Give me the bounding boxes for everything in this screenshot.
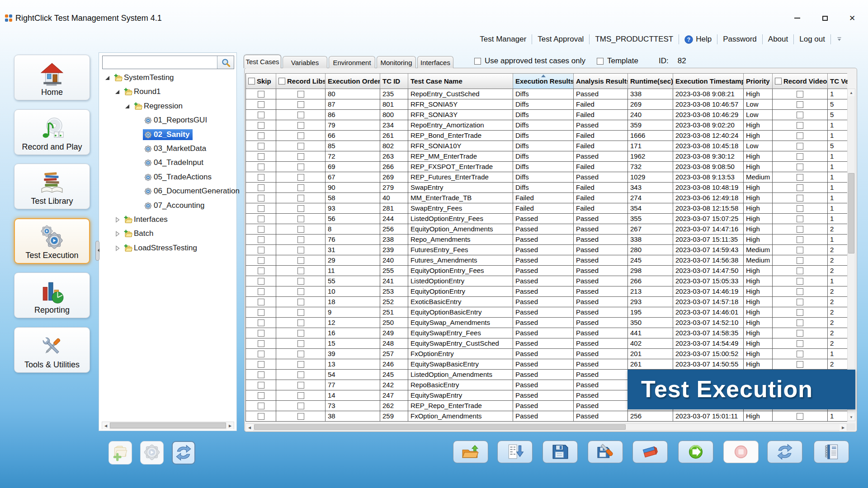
skip-checkbox[interactable] [258,403,264,409]
table-row[interactable]: 90279SwapEntryDiffsFailed3432023-03-08 1… [246,183,847,193]
maximize-button[interactable] [819,13,831,23]
record-libs-checkbox[interactable] [297,184,304,191]
scroll-right-icon[interactable]: ▶ [840,424,847,431]
expander-expanded-icon[interactable] [124,103,130,109]
record-libs-checkbox[interactable] [297,195,304,202]
table-row[interactable]: 13246EquitySwapBasicEntryPassedPassed261… [246,359,847,370]
tree-item-06-documentgeneration[interactable]: 06_DocumentGeneration [99,184,236,198]
record-libs-checkbox[interactable] [297,403,304,409]
record-video-checkbox[interactable] [797,351,803,357]
table-row[interactable]: 72263REP_MM_EnterTradeDiffsPassed1962202… [246,151,847,162]
header-checkbox-skip[interactable] [248,78,255,84]
record-video-checkbox[interactable] [797,299,803,305]
header-checkbox-record-video[interactable] [775,78,782,84]
record-video-checkbox[interactable] [797,195,803,202]
table-row[interactable]: 66261REP_Bond_EnterTradeDiffsFailed16662… [246,131,847,141]
menu-item-test-manager[interactable]: Test Manager [474,35,532,44]
skip-checkbox[interactable] [258,288,264,295]
record-libs-checkbox[interactable] [297,216,304,222]
record-video-checkbox[interactable] [797,330,803,337]
record-libs-checkbox[interactable] [297,330,304,337]
header-checkbox-record-libs[interactable] [278,78,285,84]
grid-horizontal-scrollbar[interactable]: ◀ ▶ [245,423,847,431]
table-row[interactable]: 85802RFR_SONIA10YDiffsFailed1712023-03-0… [246,141,847,151]
record-video-checkbox[interactable] [797,288,803,295]
sidebar-item-home[interactable]: Home [14,55,90,100]
record-video-checkbox[interactable] [797,257,803,264]
skip-checkbox[interactable] [258,247,264,253]
skip-checkbox[interactable] [258,236,264,243]
record-video-checkbox[interactable] [797,153,803,160]
sidebar-item-test-library[interactable]: Test Library [14,164,90,209]
record-libs-checkbox[interactable] [297,153,304,160]
table-row[interactable]: 76238Repo_AmendmentsPassedPassed3382023-… [246,235,847,245]
record-video-checkbox[interactable] [797,205,803,212]
sidebar-item-tools-utilities[interactable]: Tools & Utilities [14,327,90,373]
record-video-checkbox[interactable] [797,226,803,233]
skip-checkbox[interactable] [258,184,264,191]
search-input[interactable] [103,56,217,69]
sidebar-item-reporting[interactable]: Reporting [14,272,90,318]
record-libs-checkbox[interactable] [297,257,304,264]
table-row[interactable]: 10253EquityOptionEntryPassedPassed213202… [246,286,847,297]
record-libs-checkbox[interactable] [297,340,304,347]
expander-expanded-icon[interactable] [114,89,120,95]
skip-checkbox[interactable] [258,319,264,326]
record-video-checkbox[interactable] [797,247,803,253]
record-video-checkbox[interactable] [797,143,803,150]
table-row[interactable]: 69266REP_FXSPOT_EnterTradeDiffsFailed732… [246,162,847,172]
table-row[interactable]: 93281SwapEntry_FeesFailedFailed3542023-0… [246,203,847,214]
expander-collapsed-icon[interactable] [114,231,120,237]
column-header-runtime-sec[interactable]: Runtime(sec) [628,74,673,89]
table-row[interactable]: 11255EquityOptionEntry_FeesPassedPassed2… [246,266,847,276]
refresh-button[interactable] [767,441,802,463]
grid-hscroll-thumb[interactable] [254,424,626,430]
search-button[interactable] [217,56,234,69]
tree-item-regression[interactable]: Regression [99,99,236,113]
table-row[interactable]: 79234RepoEntry_AmortizationDiffsPassed35… [246,120,847,131]
record-video-checkbox[interactable] [797,91,803,98]
skip-checkbox[interactable] [258,351,264,357]
record-video-checkbox[interactable] [797,278,803,285]
skip-checkbox[interactable] [258,143,264,150]
tree-item-05-tradeactions[interactable]: 05_TradeActions [99,170,236,184]
record-video-checkbox[interactable] [797,319,803,326]
column-header-priority[interactable]: Priority [744,74,773,89]
table-row[interactable]: 31239FuturesEntry_FeesPassedPassed280202… [246,245,847,255]
record-libs-checkbox[interactable] [297,392,304,399]
import-list-button[interactable] [497,441,533,463]
sync-button[interactable] [172,441,195,465]
table-row[interactable]: 87801RFR_SONIA5YDiffsFailed2692023-03-08… [246,99,847,110]
record-libs-checkbox[interactable] [297,413,304,420]
template-checkbox[interactable] [597,58,604,65]
skip-checkbox[interactable] [258,392,264,399]
record-video-checkbox[interactable] [797,101,803,108]
tab-variables[interactable]: Variables [283,56,327,68]
run-button[interactable] [678,441,713,463]
tab-monitoring[interactable]: Monitoring [377,56,416,68]
record-libs-checkbox[interactable] [297,236,304,243]
record-video-checkbox[interactable] [797,174,803,181]
report-button[interactable] [814,441,849,463]
record-video-checkbox[interactable] [797,309,803,316]
table-row[interactable]: 18252ExoticBasicEntryPassedPassed2932023… [246,297,847,307]
menu-item-about[interactable]: About [763,35,793,44]
record-video-checkbox[interactable] [797,340,803,347]
table-row[interactable]: 56244ListedOptionEntry_FeesPassedPassed3… [246,214,847,224]
scroll-up-icon[interactable]: ▲ [848,89,855,96]
record-libs-checkbox[interactable] [297,164,304,170]
skip-checkbox[interactable] [258,132,264,139]
tree-item-systemtesting[interactable]: SystemTesting [99,71,236,84]
table-row[interactable]: 55241ListedOptionEntryPassedPassed266202… [246,276,847,286]
record-video-checkbox[interactable] [797,413,803,420]
tree-item-round1[interactable]: Round1 [99,85,236,99]
column-header-execution-timestamp[interactable]: Execution Timestamp [673,74,744,89]
skip-checkbox[interactable] [258,340,264,347]
menu-item-help[interactable]: ?Help [679,35,717,44]
menu-overflow-button[interactable] [835,34,844,44]
save-button[interactable] [542,441,578,463]
record-libs-checkbox[interactable] [297,101,304,108]
skip-checkbox[interactable] [258,153,264,160]
column-header-test-case-name[interactable]: Test Case Name [408,74,513,89]
use-approved-checkbox[interactable] [474,58,481,65]
